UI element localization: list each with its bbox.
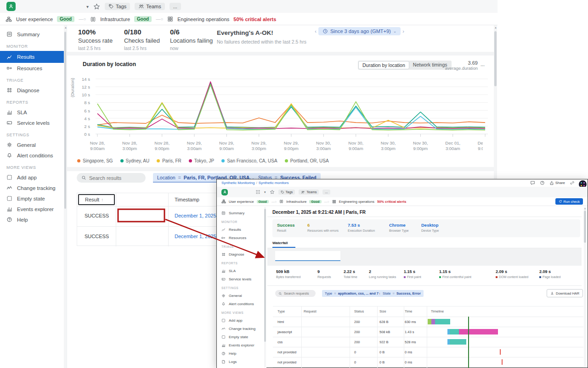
legend-item[interactable]: Tokyo, JP xyxy=(189,158,214,163)
run-check-button[interactable]: Run check xyxy=(555,198,583,205)
chart-more-button[interactable]: ... xyxy=(481,61,485,67)
teams-button[interactable]: Teams xyxy=(299,190,319,195)
sidebar-item-add-app[interactable]: Add app xyxy=(0,172,67,183)
user-experience-label[interactable]: User experience xyxy=(16,17,53,22)
star-icon[interactable] xyxy=(93,3,100,10)
search-results-input[interactable] xyxy=(89,175,140,181)
bars-icon xyxy=(6,206,12,212)
engineering-operations-label[interactable]: Engineering operations xyxy=(339,200,374,204)
sidebar-item-resources[interactable]: Resources xyxy=(0,63,67,73)
download-har-button[interactable]: Download HAR xyxy=(547,289,583,297)
sidebar-item-empty-state[interactable]: Empty state xyxy=(0,193,67,204)
engineering-operations-label[interactable]: Engineering operations xyxy=(177,17,229,22)
legend-item[interactable]: Singapore, SG xyxy=(77,158,113,163)
state-filter-pill[interactable]: State = Success, Error xyxy=(380,290,424,297)
request-column-header-timeline[interactable]: Timeline xyxy=(431,309,444,313)
duration-chart[interactable] xyxy=(74,76,489,140)
sidebar-item-events-explorer[interactable]: Events explorer xyxy=(217,341,266,349)
sidebar-item-add-app[interactable]: Add app xyxy=(217,316,266,324)
sidebar-item-general[interactable]: General xyxy=(0,139,67,150)
sidebar-item-change-tracking[interactable]: Change tracking xyxy=(217,324,266,333)
teams-button[interactable]: Teams xyxy=(135,3,164,10)
sidebar-item-service-levels[interactable]: Service levels xyxy=(217,275,266,283)
search-results-box[interactable] xyxy=(77,173,146,183)
infrastructure-label[interactable]: Infrastructure xyxy=(286,200,306,204)
overlay-scrollbar[interactable]: ▲ xyxy=(584,207,586,368)
sidebar-item-change-tracking[interactable]: Change tracking xyxy=(0,183,67,193)
column-header-result[interactable]: Result ↑ xyxy=(78,194,115,205)
sidebar-scroll-thumb[interactable] xyxy=(64,32,66,209)
sidebar-item-service-levels[interactable]: Service levels xyxy=(0,117,67,128)
search-requests-input[interactable] xyxy=(284,291,312,296)
sidebar-item-sla[interactable]: SLA xyxy=(0,107,67,117)
more-button[interactable]: ... xyxy=(170,3,181,10)
infrastructure-label[interactable]: Infrastructure xyxy=(100,17,130,22)
sidebar-item-general[interactable]: General xyxy=(217,291,266,300)
sidebar-item-help[interactable]: Help xyxy=(0,214,67,225)
legend-item[interactable]: Portland, OR, USA xyxy=(285,158,329,163)
metric-label: Long running tasks xyxy=(369,275,396,279)
sidebar-item-summary[interactable]: Summary xyxy=(217,209,266,217)
time-range-selector[interactable]: Since 3 days ago (GMT+9) ⌄ xyxy=(318,27,401,35)
sidebar-scrollbar[interactable]: ▲ xyxy=(64,25,67,368)
sidebar-item-summary[interactable]: Summary xyxy=(0,29,67,39)
sidebar-item-events-explorer[interactable]: Events explorer xyxy=(0,204,67,214)
tags-button[interactable]: Tags xyxy=(278,190,295,195)
sidebar-item-help[interactable]: Help xyxy=(217,349,266,357)
overlay-sidebar-scrollbar[interactable] xyxy=(264,207,266,368)
tab-waterfall[interactable]: Waterfall xyxy=(272,241,288,245)
time-prev-icon[interactable]: ‹ xyxy=(315,28,317,34)
overlay-scroll-thumb[interactable] xyxy=(584,211,586,243)
more-button[interactable]: ... xyxy=(322,190,330,195)
sidebar-item-empty-state[interactable]: Empty state xyxy=(217,333,266,341)
chevron-down-icon[interactable]: ▾ xyxy=(264,190,266,194)
timeline-bar-segment[interactable] xyxy=(431,319,435,324)
help-icon[interactable] xyxy=(540,180,545,185)
app-logo[interactable] xyxy=(221,189,228,195)
legend-item[interactable]: Paris, FR xyxy=(157,158,181,163)
star-icon[interactable] xyxy=(270,190,275,195)
timeline-bar-segment[interactable] xyxy=(435,319,450,324)
timeline-bar-segment[interactable] xyxy=(428,319,431,324)
feedback-icon[interactable] xyxy=(530,180,535,185)
apps-grid-icon[interactable] xyxy=(255,190,260,195)
breadcrumb-synthetic-monitoring[interactable]: Synthetic Monitoring xyxy=(221,181,254,185)
request-column-header-time[interactable]: Time xyxy=(405,309,412,313)
legend-item[interactable]: Sydney, AU xyxy=(120,158,150,163)
column-header-timestamp[interactable]: Timestamp xyxy=(175,197,199,202)
sidebar-item-results[interactable]: Results xyxy=(0,51,67,63)
timestamp-link[interactable]: December 1, 2025 ... xyxy=(175,213,222,218)
sidebar-item-diagnose[interactable]: Diagnose xyxy=(217,250,266,258)
sidebar-item-diagnose[interactable]: Diagnose xyxy=(0,85,67,95)
share-button[interactable]: Share xyxy=(549,181,565,185)
legend-item[interactable]: San Francisco, CA, USA xyxy=(221,158,277,163)
request-column-header-type[interactable]: Type xyxy=(277,309,285,313)
app-logo[interactable] xyxy=(6,2,16,11)
sidebar-item-results[interactable]: Results xyxy=(217,225,266,234)
overlay-sidebar-scroll-thumb[interactable] xyxy=(264,209,266,342)
chevron-down-icon[interactable]: ▾ xyxy=(86,4,89,9)
search-requests-box[interactable] xyxy=(275,290,316,297)
sidebar-item-alert-conditions[interactable]: Alert conditions xyxy=(0,150,67,161)
link-icon[interactable] xyxy=(570,180,575,185)
user-experience-label[interactable]: User experience xyxy=(229,200,254,204)
tags-button[interactable]: Tags xyxy=(105,3,130,10)
waterfall-range-selector[interactable] xyxy=(275,251,340,261)
request-column-header-request[interactable]: Request xyxy=(304,309,317,313)
time-next-icon[interactable]: › xyxy=(402,28,404,34)
breadcrumb-synthetic-monitors[interactable]: Synthetic monitors xyxy=(259,181,289,185)
sidebar-item-logs[interactable]: Logs xyxy=(217,357,266,366)
request-column-header-size[interactable]: Size xyxy=(379,309,386,313)
timeline-bar-segment[interactable] xyxy=(459,329,498,335)
timeline-bar-segment[interactable] xyxy=(502,359,503,365)
toggle-duration-by-location[interactable]: Duration by location xyxy=(358,61,409,69)
sidebar-item-alert-conditions[interactable]: Alert conditions xyxy=(217,300,266,308)
timeline-bar-segment[interactable] xyxy=(500,349,501,355)
content-scroll-thumb[interactable] xyxy=(494,31,497,86)
request-column-header-status[interactable]: Status xyxy=(354,309,364,313)
sidebar-item-sla[interactable]: SLA xyxy=(217,267,266,275)
timestamp-link[interactable]: December 1, 2025 ... xyxy=(175,234,222,239)
timeline-bar-segment[interactable] xyxy=(450,339,466,345)
sidebar-item-resources[interactable]: Resources xyxy=(217,234,266,242)
timeline-bar-segment[interactable] xyxy=(450,329,459,335)
